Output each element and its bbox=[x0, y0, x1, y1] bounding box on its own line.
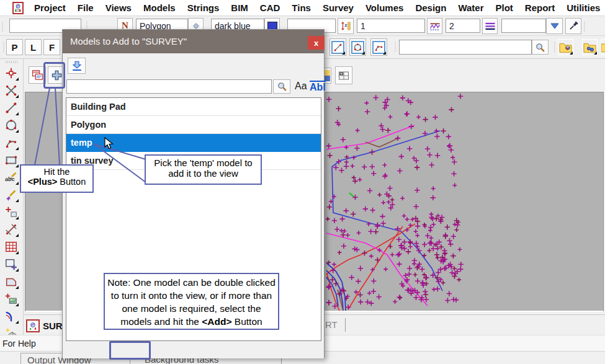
match-word-toggle[interactable]: Abl bbox=[310, 81, 326, 92]
flyout-corner bbox=[570, 51, 573, 55]
eyedropper-button[interactable] bbox=[565, 18, 581, 34]
model-row-building-pad[interactable]: Building Pad bbox=[66, 98, 321, 116]
search-button[interactable] bbox=[532, 40, 549, 55]
mouse-cursor bbox=[104, 137, 114, 151]
flyout-corner bbox=[16, 303, 19, 306]
menu-project[interactable]: Project bbox=[32, 1, 68, 14]
tin-input[interactable] bbox=[501, 19, 546, 33]
draw-arc-button[interactable] bbox=[2, 135, 19, 151]
app-logo-icon bbox=[14, 4, 22, 12]
snap-point-toggle[interactable]: P bbox=[6, 39, 23, 55]
symbol-annotate-button[interactable] bbox=[2, 187, 19, 203]
status-help-text: For Help bbox=[2, 339, 36, 348]
menu-water[interactable]: Water bbox=[456, 1, 485, 14]
menu-plot[interactable]: Plot bbox=[494, 1, 515, 14]
snap-function-toggle[interactable]: F bbox=[43, 39, 60, 55]
svg-text:abc: abc bbox=[4, 176, 14, 182]
flyout-corner bbox=[362, 51, 365, 55]
z-value-input[interactable] bbox=[357, 19, 425, 33]
draw-rectangle-button[interactable] bbox=[2, 152, 19, 168]
cad-arc-tool[interactable] bbox=[370, 38, 387, 56]
search-icon bbox=[277, 81, 287, 92]
view-tab-separator bbox=[345, 318, 346, 332]
snap-line-toggle[interactable]: L bbox=[25, 39, 42, 55]
menu-design[interactable]: Design bbox=[413, 1, 448, 14]
hit-plus-callout: Hit the <Plus> Button bbox=[20, 164, 94, 193]
flyout-corner bbox=[16, 216, 19, 220]
pick-temp-callout: Pick the 'temp' model to add it to the v… bbox=[145, 154, 262, 185]
svg-text:z: z bbox=[345, 22, 347, 27]
menu-report[interactable]: Report bbox=[523, 1, 557, 14]
menu-views[interactable]: Views bbox=[104, 1, 133, 14]
flyout-corner bbox=[16, 269, 19, 272]
menu-tins[interactable]: Tins bbox=[290, 1, 313, 14]
breakline-button[interactable] bbox=[427, 18, 442, 34]
menu-volumes[interactable]: Volumes bbox=[364, 1, 405, 14]
open-project-button[interactable] bbox=[557, 38, 574, 56]
add-button-highlight bbox=[109, 341, 151, 360]
menu-bim[interactable]: BIM bbox=[229, 1, 250, 14]
tin-dropdown-button[interactable] bbox=[546, 18, 563, 34]
model-row-polygon[interactable]: Polygon bbox=[66, 116, 321, 134]
flyout-corner bbox=[16, 199, 19, 202]
menu-items: ProjectFileViewsModelsStringsBIMCADTinsS… bbox=[27, 1, 605, 14]
flyout-corner bbox=[16, 164, 19, 167]
dialog-title-bar[interactable]: Models to Add to "SURVEY" bbox=[63, 30, 324, 53]
image-insert-button[interactable] bbox=[2, 291, 19, 307]
model-filter-input[interactable] bbox=[66, 79, 272, 94]
view-tab-icon bbox=[26, 319, 40, 332]
linestyle-button[interactable] bbox=[482, 18, 498, 34]
measure-button[interactable] bbox=[2, 221, 19, 237]
flyout-corner bbox=[16, 147, 19, 150]
down-arrow-icon bbox=[71, 60, 83, 71]
project-settings-button[interactable] bbox=[581, 38, 598, 56]
flyout-corner bbox=[16, 95, 19, 98]
point-create-button[interactable] bbox=[2, 204, 19, 220]
pipe-corner-button[interactable] bbox=[2, 308, 19, 324]
dialog-title: Models to Add to "SURVEY" bbox=[70, 36, 187, 47]
menu-strings[interactable]: Strings bbox=[186, 1, 222, 14]
folder-button-clipped[interactable] bbox=[601, 38, 605, 56]
view-tab-label-fragment[interactable]: RT bbox=[325, 319, 338, 330]
plus-button-highlight bbox=[43, 62, 65, 89]
toolbar-grip[interactable] bbox=[395, 41, 398, 52]
menu-cad[interactable]: CAD bbox=[258, 1, 282, 14]
flyout-corner bbox=[16, 112, 19, 115]
menu-bar: ProjectFileViewsModelsStringsBIMCADTinsS… bbox=[0, 0, 605, 16]
menu-file[interactable]: File bbox=[76, 1, 96, 14]
cad-circle-tool[interactable] bbox=[349, 38, 366, 56]
draw-line-button[interactable] bbox=[2, 100, 19, 116]
toolbar-grip[interactable] bbox=[2, 20, 5, 32]
weight-input[interactable] bbox=[446, 19, 480, 33]
menu-models[interactable]: Models bbox=[141, 1, 177, 14]
app-icon bbox=[12, 2, 24, 14]
flyout-corner bbox=[16, 78, 19, 81]
flyout-corner bbox=[16, 251, 19, 254]
grid-table-button[interactable] bbox=[2, 239, 19, 255]
add-selected-models-button[interactable] bbox=[68, 58, 86, 74]
view-layout-button[interactable] bbox=[335, 66, 352, 84]
text-annotate-button[interactable]: abc bbox=[2, 169, 19, 185]
flyout-corner bbox=[16, 130, 19, 133]
draw-circle-button[interactable] bbox=[2, 117, 19, 133]
flyout-corner bbox=[16, 321, 19, 324]
global-search-input[interactable] bbox=[399, 40, 532, 55]
cad-side-toolbar: abc bbox=[0, 59, 24, 364]
flyout-corner bbox=[383, 51, 386, 55]
toolbar-grip[interactable] bbox=[6, 61, 18, 63]
toolbar-grip[interactable] bbox=[584, 20, 587, 32]
polygon-create-button[interactable] bbox=[2, 273, 19, 290]
snap-point-button[interactable] bbox=[2, 65, 19, 81]
cad-line-tool[interactable] bbox=[329, 38, 346, 56]
flyout-corner bbox=[16, 234, 19, 237]
z-height-button[interactable]: z bbox=[338, 18, 354, 34]
snap-cross-button[interactable] bbox=[2, 82, 19, 99]
view-tab-label: SUR bbox=[43, 321, 63, 331]
menu-utilities[interactable]: Utilities bbox=[565, 1, 602, 14]
model-filter-search-button[interactable] bbox=[273, 79, 290, 94]
view-create-button[interactable] bbox=[2, 256, 19, 272]
dialog-close-button[interactable]: x bbox=[308, 36, 325, 50]
note-callout: Note: One model can be double clicked to… bbox=[104, 273, 279, 330]
menu-survey[interactable]: Survey bbox=[321, 1, 356, 14]
match-case-toggle[interactable]: Aa bbox=[295, 81, 307, 92]
